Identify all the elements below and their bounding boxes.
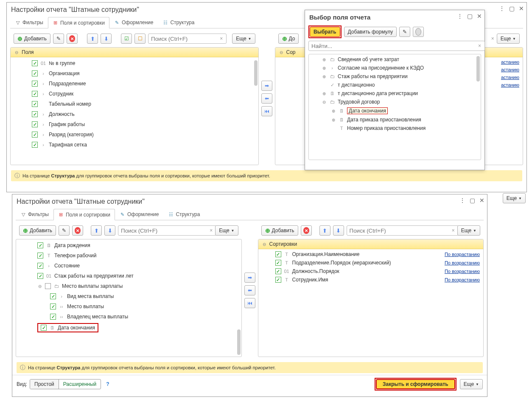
clear-search-icon[interactable]: × [220,36,223,42]
sort-dir-link[interactable]: астанию [501,67,519,72]
checkbox[interactable]: ✓ [32,91,38,97]
expand-icon[interactable]: ⊕ [322,57,327,62]
tab-format[interactable]: ✎Оформление [115,209,163,220]
field-row[interactable]: ✓01Стаж работы на предприятии лет [16,271,241,281]
field-row[interactable]: ✓›Организация [11,68,258,79]
add-formula-button[interactable]: Добавить формулу [344,27,397,37]
add-button[interactable]: ⊕Добавить [14,34,50,44]
checkbox[interactable]: ✓ [45,283,51,289]
clear-icon[interactable]: × [210,228,213,233]
expand-icon[interactable]: ⊕ [322,91,327,96]
move-right-button[interactable]: ➡ [244,273,255,283]
checkbox[interactable]: ✓ [50,314,56,320]
expand-icon[interactable]: ⊖ [322,100,327,104]
move-down-button[interactable]: ⬇ [101,34,112,44]
edit-button[interactable]: ✎ [59,225,70,236]
sort-direction-link[interactable]: По возрастанию [445,252,480,257]
checkbox[interactable]: ✓ [32,70,38,76]
clear-icon[interactable]: × [452,228,455,233]
field-row[interactable]: ✓›Вид места выплаты [16,291,241,301]
simple-mode-button[interactable]: Простой [30,380,59,389]
collapse-icon[interactable]: ⊖ [262,242,267,247]
checkbox[interactable]: ✓ [32,132,38,138]
checkbox[interactable]: ✓ [50,304,56,309]
tab-fields[interactable]: ⊞Поля и сортировки [48,17,109,28]
move-up-button[interactable]: ⬆ [91,225,102,236]
field-row[interactable]: ✓TТелефон рабочий [16,250,241,261]
scrollbar[interactable] [476,56,480,82]
sort-header[interactable]: ⊖Сортировки [258,239,484,249]
checkbox[interactable]: ✓ [32,101,38,107]
field-row[interactable]: ✓›Должность [11,109,258,119]
tree-item[interactable]: ⊕›Согласие на присоединение к КЭДО [309,64,481,72]
scrollbar[interactable] [237,329,241,355]
field-row[interactable]: ✓›Разряд (категория) [11,129,258,140]
sort-dir-link[interactable]: астанию [501,59,519,65]
move-down-button[interactable]: ⬇ [104,225,115,236]
tab-fields[interactable]: ⊞Поля и сортировки [53,209,115,220]
edit-button[interactable]: ✎ [53,34,64,44]
field-row[interactable]: ✓›Тарифная сетка [11,140,258,150]
field-row[interactable]: ✓🗓Дата окончания [16,322,241,334]
fields-tree[interactable]: ✓01№ в группе✓›Организация✓›Подразделени… [11,57,258,165]
field-row[interactable]: ✓Табельный номер [11,99,258,109]
checkbox[interactable]: ✓ [275,277,281,283]
expand-icon[interactable]: ⊕ [331,109,336,113]
advanced-mode-button[interactable]: Расширенный [59,380,101,389]
field-row[interactable]: ✓🗓Дата рождения [16,240,241,250]
sort-direction-link[interactable]: По возрастанию [445,277,480,282]
delete-button[interactable]: ✕ [72,225,83,236]
field-row[interactable]: ✓››Место выплаты [16,301,241,312]
sort-direction-link[interactable]: По возрастанию [445,269,480,274]
tab-structure[interactable]: ☷Структура [163,209,204,220]
expand-icon[interactable]: ⊕ [322,74,327,79]
sort-dir-link[interactable]: астанию [501,75,519,80]
outer-more-button[interactable]: Еще ▼ [503,193,526,203]
edit-button[interactable]: ✎ [399,27,410,37]
move-right-button[interactable]: ➡ [261,81,272,91]
add-button[interactable]: ⊕Добавить [19,225,56,236]
add-sort-button[interactable]: ⊕Добавить [261,225,298,236]
tree-item[interactable]: ⊕🗀Стаж работы на предприятии [309,72,481,81]
remove-button[interactable] [413,27,424,37]
fields-tree[interactable]: ✓🗓Дата рождения✓TТелефон рабочий✓›Состоя… [16,239,241,357]
select-button[interactable]: Выбрать [310,27,340,37]
move-up-button[interactable]: ⬆ [319,225,330,236]
more-button[interactable]: Еще ▼ [457,225,480,236]
more-button[interactable]: Еще ▼ [232,34,255,44]
delete-sort-button[interactable]: ✕ [301,225,312,236]
sort-dir-link[interactable]: астанию [501,82,519,87]
field-row[interactable]: ⊖✓🗀Место выплаты зарплаты [16,281,241,291]
expand-icon[interactable]: ⊕ [331,118,336,122]
popup-tree[interactable]: ⊕🗀Сведения об учете затрат⊕›Согласие на … [309,54,481,156]
collapse-icon[interactable]: ⊖ [14,50,19,55]
maximize-icon[interactable]: ▢ [509,5,515,12]
move-all-left-button[interactable]: ⏮ [261,106,272,116]
field-row[interactable]: ✓›График работы [11,119,258,129]
tree-item[interactable]: ⊕🗓т дистанционно дата регистрации [309,89,481,98]
checkbox[interactable]: ✓ [32,81,38,87]
field-row[interactable]: ✓››Владелец места выплаты [16,312,241,322]
more-button[interactable]: Еще ▼ [215,225,238,236]
search-input[interactable] [118,225,216,236]
sort-row[interactable]: ✓TПодразделение.Порядок (иерархический)П… [258,259,484,267]
field-row[interactable]: ✓›Сотрудник [11,89,258,99]
move-left-button[interactable]: ⬅ [244,285,255,295]
move-down-button[interactable]: ⬇ [333,225,344,236]
menu-icon[interactable]: ⋮ [499,5,505,12]
uncheck-all-button[interactable]: ☐ [134,34,146,44]
move-left-button[interactable]: ⬅ [261,93,272,104]
sort-tree[interactable]: ✓TОрганизация.НаименованиеПо возрастанию… [258,249,484,357]
clear-icon[interactable]: × [478,43,481,49]
tab-structure[interactable]: ☷Структура [158,17,199,28]
scrollbar[interactable] [254,60,258,86]
expand-icon[interactable]: ⊕ [322,66,327,70]
field-row[interactable]: ✓01№ в группе [11,58,258,68]
field-row[interactable]: ✓›Подразделение [11,79,258,89]
move-up-button[interactable]: ⬆ [87,34,98,44]
checkbox[interactable]: ✓ [32,121,38,127]
checkbox[interactable]: ✓ [275,251,281,257]
checkbox[interactable]: ✓ [37,273,43,279]
tree-item[interactable]: TНомер приказа приостановления [309,124,481,132]
sort-direction-link[interactable]: По возрастанию [445,260,480,265]
